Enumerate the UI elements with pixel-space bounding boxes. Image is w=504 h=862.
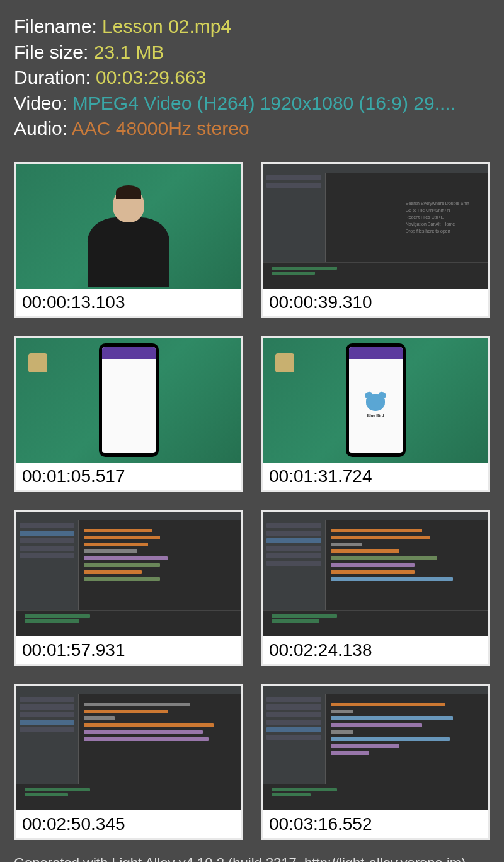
audio-label: Audio: bbox=[14, 118, 72, 139]
thumb-preview-ide-code bbox=[16, 686, 241, 810]
thumbnail-2: Search Everywhere Double Shift Go to Fil… bbox=[261, 162, 490, 318]
presenter-figure bbox=[81, 181, 176, 289]
thumbnail-4: Blue Bird 00:01:31.724 bbox=[261, 336, 490, 492]
timestamp-label: 00:01:31.724 bbox=[263, 463, 488, 490]
video-row: Video: MPEG4 Video (H264) 1920x1080 (16:… bbox=[14, 91, 490, 117]
duration-row: Duration: 00:03:29.663 bbox=[14, 65, 490, 91]
recycle-bin-icon bbox=[275, 353, 294, 372]
thumb-preview-presenter bbox=[16, 164, 241, 289]
thumbnail-1: 00:00:13.103 bbox=[14, 162, 243, 318]
thumb-preview-ide-code bbox=[263, 512, 488, 636]
filename-label: Filename: bbox=[14, 16, 102, 37]
thumb-preview-emulator-creature: Blue Bird bbox=[263, 338, 488, 463]
phone-frame bbox=[99, 343, 159, 457]
audio-value: AAC 48000Hz stereo bbox=[72, 118, 249, 139]
filesize-value: 23.1 MB bbox=[94, 42, 164, 62]
thumbnail-3: 00:01:05.517 bbox=[14, 336, 243, 492]
thumb-preview-emulator-empty bbox=[16, 338, 241, 463]
phone-frame: Blue Bird bbox=[346, 343, 406, 457]
video-value: MPEG4 Video (H264) 1920x1080 (16:9) 29..… bbox=[72, 93, 455, 113]
filename-row: Filename: Lesson 02.mp4 bbox=[14, 14, 490, 40]
thumbnail-5: 00:01:57.931 bbox=[14, 510, 243, 666]
filename-value: Lesson 02.mp4 bbox=[102, 16, 231, 37]
filesize-label: File size: bbox=[14, 42, 94, 62]
thumbnail-grid: 00:00:13.103 Search Everywhere Double Sh… bbox=[0, 148, 504, 846]
timestamp-label: 00:01:57.931 bbox=[16, 636, 241, 664]
timestamp-label: 00:01:05.517 bbox=[16, 463, 241, 490]
creature-icon bbox=[366, 394, 385, 411]
file-info-panel: Filename: Lesson 02.mp4 File size: 23.1 … bbox=[0, 0, 504, 148]
thumb-preview-ide-code bbox=[16, 512, 241, 636]
duration-value: 00:03:29.663 bbox=[96, 67, 206, 88]
audio-row: Audio: AAC 48000Hz stereo bbox=[14, 116, 490, 142]
timestamp-label: 00:03:16.552 bbox=[263, 810, 488, 838]
duration-label: Duration: bbox=[14, 67, 96, 88]
filesize-row: File size: 23.1 MB bbox=[14, 40, 490, 66]
ide-hints: Search Everywhere Double Shift Go to Fil… bbox=[406, 200, 469, 235]
creature-name-label: Blue Bird bbox=[367, 413, 384, 417]
timestamp-label: 00:00:39.310 bbox=[263, 289, 488, 316]
video-label: Video: bbox=[14, 93, 72, 113]
recycle-bin-icon bbox=[28, 353, 47, 372]
timestamp-label: 00:00:13.103 bbox=[16, 289, 241, 316]
thumbnail-8: 00:03:16.552 bbox=[261, 684, 490, 840]
timestamp-label: 00:02:50.345 bbox=[16, 810, 241, 838]
thumb-preview-ide-code bbox=[263, 686, 488, 810]
thumbnail-7: 00:02:50.345 bbox=[14, 684, 243, 840]
thumb-preview-ide-welcome: Search Everywhere Double Shift Go to Fil… bbox=[263, 164, 488, 289]
timestamp-label: 00:02:24.138 bbox=[263, 636, 488, 664]
thumbnail-6: 00:02:24.138 bbox=[261, 510, 490, 666]
footer-credit: Generated with Light Alloy v4.10.2 (buil… bbox=[0, 846, 504, 863]
